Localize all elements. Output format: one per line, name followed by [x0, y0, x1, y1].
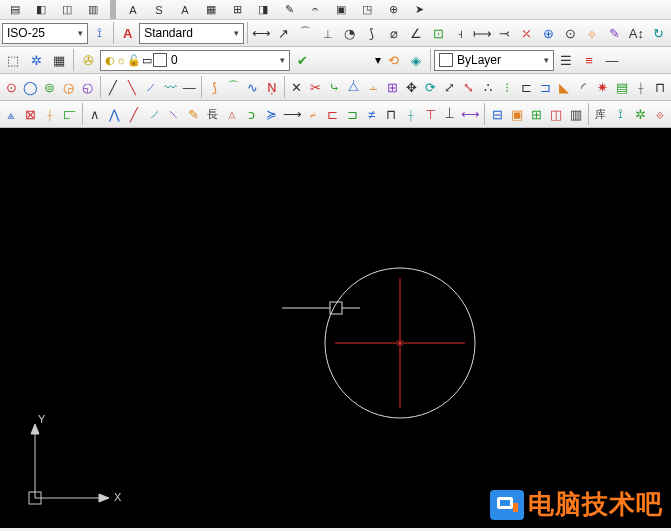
text-style-a-icon[interactable]: A — [117, 22, 138, 44]
menu-icon-generic[interactable]: A — [174, 0, 196, 20]
layer-iso-icon[interactable]: ◈ — [405, 49, 427, 71]
fillet-icon[interactable]: ◜ — [575, 76, 593, 98]
break-icon[interactable]: ⊏ — [517, 76, 535, 98]
dim-edit-icon[interactable]: ✎ — [604, 22, 625, 44]
menu-icon-generic[interactable]: ⊕ — [382, 0, 404, 20]
layer-previous-icon[interactable]: ⟲ — [382, 49, 404, 71]
tool-icon[interactable]: ⟑ — [223, 103, 242, 125]
dim-baseline-icon[interactable]: ⫞ — [450, 22, 471, 44]
tool-icon[interactable]: ⟊ — [402, 103, 421, 125]
tool-icon[interactable]: ⋀ — [106, 103, 125, 125]
dim-break-icon[interactable]: ⤫ — [516, 22, 537, 44]
tool-icon[interactable]: ⟶ — [282, 103, 303, 125]
menu-icon-generic[interactable]: 𝄐 — [304, 0, 326, 20]
model-viewport[interactable]: Y X 电脑技术吧 — [0, 128, 671, 528]
tool-icon[interactable]: ⬚ — [2, 49, 24, 71]
offset-icon[interactable]: ⫠ — [364, 76, 382, 98]
arc-icon[interactable]: ⌒ — [224, 76, 242, 98]
color-dropdown[interactable]: ByLayer ▾ — [434, 50, 554, 71]
circle-2p-icon[interactable]: ◯ — [21, 76, 39, 98]
menu-icon-generic[interactable]: ✎ — [278, 0, 300, 20]
tool-icon[interactable]: ⟋ — [145, 103, 164, 125]
tool-icon[interactable]: ⟁ — [2, 103, 21, 125]
tool-icon[interactable]: ⟟ — [611, 103, 630, 125]
dim-arc-icon[interactable]: ⌒ — [295, 22, 316, 44]
tool-icon[interactable]: ⊐ — [343, 103, 362, 125]
settings-icon[interactable]: ✲ — [25, 49, 47, 71]
polyline-icon[interactable]: 〰 — [161, 76, 179, 98]
prop-icon[interactable]: ≡ — [578, 49, 600, 71]
join-icon[interactable]: ⊐ — [536, 76, 554, 98]
tool-icon[interactable]: ⟷ — [460, 103, 481, 125]
menu-icon-generic[interactable]: ▥ — [82, 0, 104, 20]
tool-icon[interactable]: ⌿ — [304, 103, 323, 125]
menu-icon-generic[interactable]: ◧ — [30, 0, 52, 20]
extend-icon[interactable]: ⤷ — [326, 76, 344, 98]
menu-icon-generic[interactable]: ◳ — [356, 0, 378, 20]
menu-icon-generic[interactable]: S — [148, 0, 170, 20]
dim-text-edit-icon[interactable]: A↕ — [626, 22, 647, 44]
dim-diameter-icon[interactable]: ⌀ — [383, 22, 404, 44]
menu-icon-generic[interactable]: ◫ — [56, 0, 78, 20]
trim-icon[interactable]: ✂ — [307, 76, 325, 98]
tool-icon[interactable]: ⟊ — [632, 76, 650, 98]
circle-ttt-icon[interactable]: ◵ — [79, 76, 97, 98]
dim-update-icon[interactable]: ↻ — [648, 22, 669, 44]
spline-icon[interactable]: ∿ — [243, 76, 261, 98]
tool-icon[interactable]: ⟐ — [650, 103, 669, 125]
tool-icon[interactable]: ⊠ — [22, 103, 41, 125]
menu-icon-generic[interactable]: ➤ — [408, 0, 430, 20]
hatch-icon[interactable]: ▤ — [613, 76, 631, 98]
frame-icon[interactable]: ⊟ — [488, 103, 507, 125]
tool-icon[interactable]: ≠ — [362, 103, 381, 125]
tool-icon[interactable]: ⊓ — [651, 76, 669, 98]
tool-icon[interactable]: ✲ — [631, 103, 650, 125]
dim-angular-icon[interactable]: ∠ — [406, 22, 427, 44]
frame-icon[interactable]: ◫ — [547, 103, 566, 125]
xline-icon[interactable]: — — [180, 76, 198, 98]
tolerance-icon[interactable]: ⊕ — [538, 22, 559, 44]
circle-center-icon[interactable]: ⊙ — [2, 76, 20, 98]
tool-icon[interactable]: ⟊ — [41, 103, 60, 125]
mirror-icon[interactable]: ⧊ — [345, 76, 363, 98]
stretch-icon[interactable]: ⤡ — [460, 76, 478, 98]
tool-icon[interactable]: ≽ — [262, 103, 281, 125]
tool-icon[interactable]: ⊏ — [323, 103, 342, 125]
arc-icon[interactable]: ⟆ — [205, 76, 223, 98]
dim-ordinate-icon[interactable]: ⟂ — [317, 22, 338, 44]
dim-continue-icon[interactable]: ⟼ — [472, 22, 493, 44]
chamfer-icon[interactable]: ◣ — [555, 76, 573, 98]
inspect-icon[interactable]: ⟐ — [582, 22, 603, 44]
scale-icon[interactable]: ⤢ — [441, 76, 459, 98]
tool-icon[interactable]: ╱ — [125, 103, 144, 125]
library-icon[interactable]: 库 — [592, 103, 611, 125]
length-icon[interactable]: 長 — [203, 103, 222, 125]
tool-icon[interactable]: ⟘ — [441, 103, 460, 125]
center-mark-icon[interactable]: ⊙ — [560, 22, 581, 44]
text-style-dropdown[interactable]: Standard ▾ — [139, 23, 244, 44]
circle-3p-icon[interactable]: ⊚ — [40, 76, 58, 98]
layer-manager-icon[interactable]: ✇ — [77, 49, 99, 71]
chevron-down-icon[interactable]: ▾ — [375, 53, 381, 67]
tool-icon[interactable]: ✎ — [184, 103, 203, 125]
layer-dropdown[interactable]: ◐ ☼ 🔓 ▭ 0 ▾ — [100, 50, 290, 71]
dim-jogged-icon[interactable]: ⟆ — [361, 22, 382, 44]
menu-icon-generic[interactable]: ⊞ — [226, 0, 248, 20]
tool-icon[interactable]: ⊤ — [421, 103, 440, 125]
explode-icon[interactable]: ✷ — [594, 76, 612, 98]
menu-icon-generic[interactable]: ▦ — [200, 0, 222, 20]
pline-icon[interactable]: Ṇ — [262, 76, 280, 98]
menu-icon-generic[interactable]: A — [122, 0, 144, 20]
polyline-icon[interactable]: ⟋ — [142, 76, 160, 98]
tool-icon[interactable]: ▦ — [48, 49, 70, 71]
array-icon[interactable]: ⊞ — [383, 76, 401, 98]
frame-icon[interactable]: ▥ — [566, 103, 585, 125]
menu-icon-generic[interactable]: ▣ — [330, 0, 352, 20]
quick-dim-icon[interactable]: ⊡ — [428, 22, 449, 44]
erase-icon[interactable]: ✕ — [287, 76, 305, 98]
rotate-icon[interactable]: ⟳ — [421, 76, 439, 98]
menu-icon-generic[interactable]: ▤ — [4, 0, 26, 20]
tool-icon[interactable]: ∧ — [86, 103, 105, 125]
circle-ttr-icon[interactable]: ◶ — [59, 76, 77, 98]
frame-icon[interactable]: ⊞ — [527, 103, 546, 125]
